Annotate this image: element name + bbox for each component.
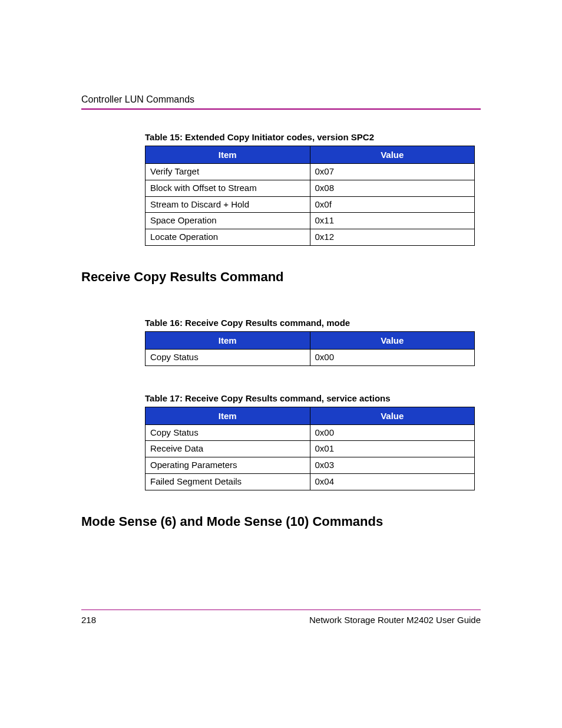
table-row: Receive Data 0x01 <box>146 441 475 457</box>
table-15-block: Table 15: Extended Copy Initiator codes,… <box>145 132 481 246</box>
table-16-head-value: Value <box>310 331 475 349</box>
heading-receive-copy-results: Receive Copy Results Command <box>81 269 481 285</box>
table-17-head-value: Value <box>310 407 475 424</box>
table-17-caption: Table 17: Receive Copy Results command, … <box>145 393 481 403</box>
cell-value: 0x00 <box>310 349 475 365</box>
page-number: 218 <box>81 615 96 625</box>
running-header: Controller LUN Commands <box>81 94 481 105</box>
cell-value: 0x04 <box>310 473 475 490</box>
table-row: Copy Status 0x00 <box>146 349 475 365</box>
table-row: Space Operation 0x11 <box>146 213 475 229</box>
cell-item: Copy Status <box>146 349 310 365</box>
header-rule <box>81 108 481 110</box>
cell-item: Stream to Discard + Hold <box>146 196 310 213</box>
cell-value: 0x11 <box>310 213 475 229</box>
table-15: Item Value Verify Target 0x07 Block with… <box>145 146 475 246</box>
cell-value: 0x12 <box>310 229 475 246</box>
cell-item: Operating Parameters <box>146 457 310 474</box>
cell-value: 0x08 <box>310 180 475 196</box>
table-row: Stream to Discard + Hold 0x0f <box>146 196 475 213</box>
cell-value: 0x01 <box>310 441 475 457</box>
cell-item: Block with Offset to Stream <box>146 180 310 196</box>
table-row: Verify Target 0x07 <box>146 164 475 180</box>
table-17: Item Value Copy Status 0x00 Receive Data… <box>145 407 475 490</box>
table-15-head-item: Item <box>146 146 310 164</box>
table-row: Failed Segment Details 0x04 <box>146 473 475 490</box>
table-17-block: Table 17: Receive Copy Results command, … <box>145 393 481 490</box>
cell-value: 0x07 <box>310 164 475 180</box>
table-15-caption: Table 15: Extended Copy Initiator codes,… <box>145 132 481 142</box>
doc-title: Network Storage Router M2402 User Guide <box>309 615 481 625</box>
cell-item: Verify Target <box>146 164 310 180</box>
cell-item: Failed Segment Details <box>146 473 310 490</box>
table-row: Locate Operation 0x12 <box>146 229 475 246</box>
table-row: Operating Parameters 0x03 <box>146 457 475 474</box>
table-16-block: Table 16: Receive Copy Results command, … <box>145 318 481 366</box>
table-15-head-value: Value <box>310 146 475 164</box>
footer-rule <box>81 610 481 611</box>
table-16: Item Value Copy Status 0x00 <box>145 331 475 366</box>
cell-value: 0x03 <box>310 457 475 474</box>
table-16-head-item: Item <box>146 331 310 349</box>
table-16-caption: Table 16: Receive Copy Results command, … <box>145 318 481 328</box>
cell-value: 0x00 <box>310 424 475 441</box>
page-footer: 218 Network Storage Router M2402 User Gu… <box>81 610 481 625</box>
table-17-head-item: Item <box>146 407 310 424</box>
cell-item: Copy Status <box>146 424 310 441</box>
heading-mode-sense: Mode Sense (6) and Mode Sense (10) Comma… <box>81 514 481 529</box>
cell-item: Space Operation <box>146 213 310 229</box>
cell-value: 0x0f <box>310 196 475 213</box>
table-row: Block with Offset to Stream 0x08 <box>146 180 475 196</box>
table-row: Copy Status 0x00 <box>146 424 475 441</box>
cell-item: Locate Operation <box>146 229 310 246</box>
cell-item: Receive Data <box>146 441 310 457</box>
